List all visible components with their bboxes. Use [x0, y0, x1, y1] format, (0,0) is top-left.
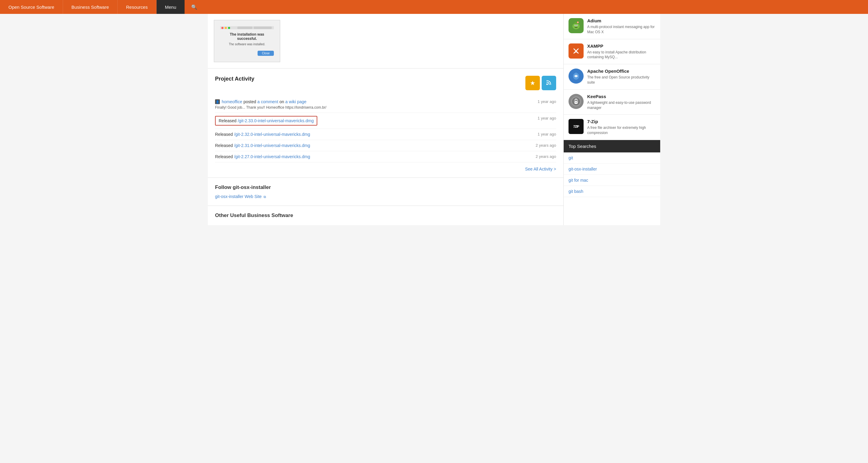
- sidebar-app-openoffice: Apache OpenOffice The free and Open Sour…: [564, 64, 660, 90]
- rss-button[interactable]: [542, 76, 556, 90]
- release-item-2: Released /git-2.31.0-intel-universal-mav…: [215, 140, 556, 151]
- adium-name: Adium: [587, 18, 655, 23]
- adium-icon: [568, 18, 584, 33]
- activity-section: Project Activity ★: [208, 68, 563, 178]
- sidebar-app-keepass: KeePass A lightweight and easy-to-use pa…: [564, 90, 660, 115]
- release-link-1[interactable]: /git-2.32.0-intel-universal-mavericks.dm…: [234, 132, 310, 137]
- activity-icons: ★: [525, 76, 556, 90]
- top-searches-header: Top Searches: [564, 140, 660, 152]
- other-section: Other Useful Business Software: [208, 206, 563, 225]
- close-button[interactable]: Close: [257, 51, 274, 56]
- page-layout: The installation was successful. The sof…: [208, 14, 660, 225]
- keepass-name: KeePass: [587, 94, 655, 99]
- release-time-2: 2 years ago: [536, 143, 556, 148]
- activity-header: Project Activity ★: [215, 76, 556, 90]
- keepass-desc: A lightweight and easy-to-use password m…: [587, 100, 655, 111]
- nav-item-open-source[interactable]: Open Source Software: [0, 0, 63, 14]
- see-all-link[interactable]: See All Activity >: [525, 167, 556, 171]
- keepass-icon: [568, 94, 584, 109]
- activity-title: Project Activity: [215, 76, 254, 82]
- xampp-icon: X: [568, 44, 584, 59]
- follow-website-link[interactable]: git-osx-installer Web Site ⧉: [215, 194, 266, 199]
- screenshot-box: The installation was successful. The sof…: [214, 20, 280, 62]
- install-title: The installation was successful.: [220, 32, 274, 41]
- openoffice-name: Apache OpenOffice: [587, 68, 655, 74]
- release-item-0: Released /git-2.33.0-intel-universal-mav…: [215, 113, 556, 129]
- svg-point-4: [575, 25, 576, 26]
- wiki-link[interactable]: a wiki page: [285, 99, 306, 104]
- screenshot-section: The installation was successful. The sof…: [208, 14, 563, 68]
- svg-point-5: [577, 25, 577, 26]
- user-link[interactable]: homeoffice: [222, 99, 242, 104]
- xampp-name: XAMPP: [587, 44, 655, 49]
- search-link-git-mac[interactable]: git for mac: [564, 175, 660, 186]
- install-subtitle: The software was installed.: [229, 42, 266, 46]
- release-item-1: Released /git-2.32.0-intel-universal-mav…: [215, 129, 556, 140]
- search-link-git-osx[interactable]: git-osx-installer: [564, 164, 660, 175]
- follow-title: Follow git-osx-installer: [215, 184, 556, 191]
- sidebar-app-sevenzip: 7ZIP 7-Zip A free file archiver for extr…: [564, 115, 660, 140]
- follow-section: Follow git-osx-installer git-osx-install…: [208, 178, 563, 206]
- nav-item-menu[interactable]: Menu: [157, 0, 185, 14]
- search-link-git[interactable]: git: [564, 152, 660, 164]
- activity-comment-left: 👤 homeoffice posted a comment on a wiki …: [215, 99, 532, 110]
- nav-item-resources[interactable]: Resources: [118, 0, 157, 14]
- release-item-3: Released /git-2.27.0-intel-universal-mav…: [215, 151, 556, 163]
- svg-point-19: [576, 102, 577, 103]
- other-title: Other Useful Business Software: [215, 212, 556, 219]
- release-time-1: 1 year ago: [538, 132, 556, 137]
- activity-comment-item: 👤 homeoffice posted a comment on a wiki …: [215, 96, 556, 113]
- openoffice-icon: [568, 68, 584, 84]
- release-link-2[interactable]: /git-2.31.0-intel-universal-mavericks.dm…: [234, 143, 310, 148]
- release-link-0[interactable]: /git-2.33.0-intel-universal-mavericks.dm…: [238, 118, 314, 123]
- nav-search-button[interactable]: 🔍: [185, 0, 204, 14]
- sidebar-app-xampp: X XAMPP An easy to install Apache distri…: [564, 39, 660, 65]
- openoffice-desc: The free and Open Source productivity su…: [587, 75, 655, 85]
- sevenzip-icon: 7ZIP: [568, 119, 584, 134]
- see-all-activity: See All Activity >: [215, 167, 556, 171]
- sidebar: Adium A multi-protocol instant messaging…: [564, 14, 660, 225]
- comment-time: 1 year ago: [538, 99, 556, 104]
- sidebar-app-adium: Adium A multi-protocol instant messaging…: [564, 14, 660, 39]
- search-icon: 🔍: [191, 4, 197, 10]
- star-button[interactable]: ★: [525, 76, 540, 90]
- release-box-highlighted: Released /git-2.33.0-intel-universal-mav…: [215, 116, 317, 125]
- search-link-git-bash[interactable]: git bash: [564, 186, 660, 197]
- main-content: The installation was successful. The sof…: [208, 14, 564, 225]
- rss-icon: [546, 79, 552, 87]
- comment-text: Finally! Good job... Thank you!! Homeoff…: [215, 105, 532, 110]
- sevenzip-name: 7-Zip: [587, 119, 655, 124]
- adium-desc: A multi-protocol instant messaging app f…: [587, 24, 655, 35]
- top-nav: Open Source Software Business Software R…: [0, 0, 868, 14]
- nav-item-business[interactable]: Business Software: [63, 0, 118, 14]
- release-time-3: 2 years ago: [536, 154, 556, 159]
- comment-link[interactable]: a comment: [257, 99, 278, 104]
- xampp-desc: An easy to install Apache distribution c…: [587, 50, 655, 60]
- user-icon: 👤: [215, 99, 220, 104]
- release-link-3[interactable]: /git-2.27.0-intel-universal-mavericks.dm…: [234, 154, 310, 159]
- release-time-0: 1 year ago: [538, 116, 556, 120]
- sevenzip-desc: A free file archiver for extremely high …: [587, 125, 655, 136]
- action-text: posted: [243, 99, 256, 104]
- svg-point-0: [547, 83, 548, 85]
- external-link-icon: ⧉: [264, 195, 266, 199]
- star-icon: ★: [530, 79, 535, 87]
